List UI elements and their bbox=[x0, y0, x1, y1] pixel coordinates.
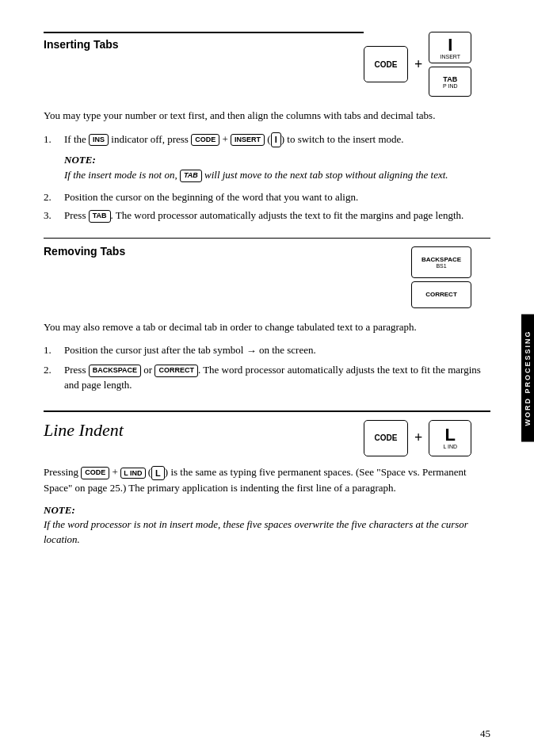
step-1: 1. If the INS indicator off, press CODE … bbox=[44, 132, 490, 147]
step-1-num: 1. bbox=[44, 132, 58, 147]
step-2-num: 2. bbox=[44, 189, 58, 205]
tab-pind-key: TAB P IND bbox=[429, 67, 471, 97]
line-indent-section: Line Indent CODE + L L IND Pressing CODE… bbox=[44, 410, 490, 548]
code-key: CODE bbox=[364, 46, 408, 82]
removing-tabs-section: Removing Tabs BACKSPACE BS1 CORRECT You … bbox=[44, 238, 490, 393]
insert-key-label: I bbox=[448, 36, 452, 54]
lind-inline-key: L IND bbox=[120, 468, 145, 479]
li-plus-sign: + bbox=[414, 430, 422, 446]
side-label: WORD PROCESSING bbox=[521, 314, 534, 441]
note-1: NOTE: If the insert mode is not on, TAB … bbox=[64, 152, 490, 183]
li-code-key-label: CODE bbox=[375, 433, 398, 442]
inserting-tabs-title-area: Inserting Tabs bbox=[44, 32, 364, 59]
pind-key-label: P IND bbox=[443, 83, 458, 89]
remove-step-2-num: 2. bbox=[44, 362, 58, 378]
line-indent-key-illus: CODE + L L IND bbox=[364, 420, 490, 456]
lind-key-sublabel: L IND bbox=[443, 444, 457, 449]
tab-step3-inline-key: TAB bbox=[89, 210, 111, 223]
insert-tab-key-stack: I INSERT TAB P IND bbox=[429, 32, 471, 97]
tab-key-label: TAB bbox=[443, 75, 457, 83]
insert-inline-key: INSERT bbox=[231, 134, 265, 147]
li-code-inline-key: CODE bbox=[81, 467, 109, 479]
note-block-1: NOTE: If the insert mode is not on, TAB … bbox=[64, 152, 490, 183]
removing-tabs-header-row: Removing Tabs BACKSPACE BS1 CORRECT bbox=[44, 245, 490, 308]
remove-step-1-text: Position the cursor just after the tab s… bbox=[64, 342, 316, 359]
line-indent-header-row: Line Indent CODE + L L IND bbox=[44, 420, 490, 456]
code-key-label: CODE bbox=[375, 60, 398, 69]
step-2-text: Position the cursor on the beginning of … bbox=[64, 189, 358, 205]
correct-inline-key: CORRECT bbox=[154, 365, 198, 377]
removing-tabs-steps: 1. Position the cursor just after the ta… bbox=[44, 342, 490, 393]
inserting-tabs-section: Inserting Tabs CODE + I INSERT TAB P IND bbox=[44, 32, 490, 223]
li-note-text: If the word processor is not in insert m… bbox=[44, 518, 468, 546]
backspace-key: BACKSPACE BS1 bbox=[411, 246, 471, 278]
page: WORD PROCESSING Inserting Tabs CODE + I … bbox=[0, 0, 534, 756]
line-indent-title-area: Line Indent bbox=[44, 420, 364, 442]
insert-key-sublabel: INSERT bbox=[440, 54, 460, 59]
remove-step-2-text: Press BACKSPACE or CORRECT. The word pro… bbox=[64, 362, 490, 393]
step-2: 2. Position the cursor on the beginning … bbox=[44, 189, 490, 205]
code-inline-key: CODE bbox=[191, 134, 219, 147]
step-1-text: If the INS indicator off, press CODE + I… bbox=[64, 132, 404, 147]
line-indent-para1: Pressing CODE + L IND (L) is the same as… bbox=[44, 464, 490, 496]
inserting-tabs-para1: You may type your number or text first, … bbox=[44, 108, 490, 124]
remove-step-1-num: 1. bbox=[44, 342, 58, 358]
bs1-key-label: BS1 bbox=[436, 263, 446, 269]
insert-key: I INSERT bbox=[429, 32, 471, 63]
inserting-tabs-key-illus: CODE + I INSERT TAB P IND bbox=[364, 32, 490, 97]
l-key-label: L bbox=[445, 426, 456, 444]
inserting-tabs-steps: 1. If the INS indicator off, press CODE … bbox=[44, 132, 490, 223]
note-label-1: NOTE: bbox=[64, 154, 96, 166]
backspace-key-label: BACKSPACE bbox=[421, 256, 461, 263]
remove-step-1: 1. Position the cursor just after the ta… bbox=[44, 342, 490, 359]
tab-note-inline-key: TAB bbox=[180, 170, 202, 182]
inserting-tabs-header-row: Inserting Tabs CODE + I INSERT TAB P IND bbox=[44, 32, 490, 97]
li-code-key: CODE bbox=[364, 420, 408, 456]
correct-key: CORRECT bbox=[411, 281, 471, 308]
lind-key: L L IND bbox=[429, 420, 471, 456]
arrow-icon: → bbox=[246, 343, 257, 359]
step-3: 3. Press TAB. The word processor automat… bbox=[44, 208, 490, 223]
li-note-label: NOTE: bbox=[44, 504, 75, 516]
l-inline-key: L bbox=[151, 466, 165, 480]
side-label-text: WORD PROCESSING bbox=[524, 330, 532, 426]
step-3-text: Press TAB. The word processor automatica… bbox=[64, 208, 463, 223]
note-text-1: If the insert mode is not on, TAB will j… bbox=[64, 169, 448, 181]
removing-tabs-key-illus: BACKSPACE BS1 CORRECT bbox=[411, 246, 490, 308]
inserting-tabs-heading: Inserting Tabs bbox=[44, 32, 364, 51]
removing-tabs-divider bbox=[44, 238, 490, 239]
line-indent-note: NOTE: If the word processor is not in in… bbox=[44, 504, 490, 548]
remove-step-2: 2. Press BACKSPACE or CORRECT. The word … bbox=[44, 362, 490, 393]
i-inline-key: I bbox=[271, 132, 281, 147]
page-number: 45 bbox=[480, 727, 490, 740]
plus-sign: + bbox=[414, 56, 422, 73]
removing-tabs-para1: You may also remove a tab or decimal tab… bbox=[44, 319, 490, 335]
step-3-num: 3. bbox=[44, 208, 58, 223]
removing-tabs-title-area: Removing Tabs bbox=[44, 245, 411, 265]
correct-key-label: CORRECT bbox=[425, 291, 457, 298]
removing-tabs-heading: Removing Tabs bbox=[44, 245, 411, 258]
ins-inline-key: INS bbox=[89, 134, 109, 147]
line-indent-heading: Line Indent bbox=[44, 420, 364, 441]
backspace-inline-key: BACKSPACE bbox=[89, 365, 141, 377]
